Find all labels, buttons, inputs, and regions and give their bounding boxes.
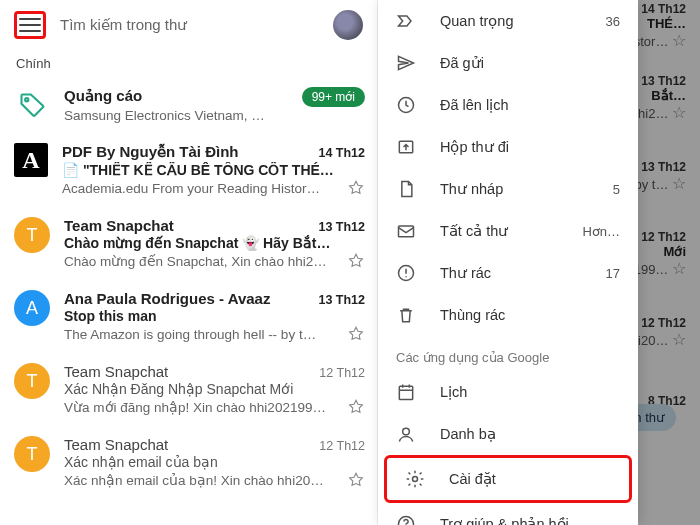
outbox-icon — [396, 137, 416, 157]
nav-drawer: Quan trọng 36 Đã gửi Đã lên lịch Hộp thư… — [378, 0, 638, 525]
drawer-label: Quan trọng — [440, 13, 582, 29]
email-date: 13 Th12 — [318, 220, 365, 234]
drawer-label: Thùng rác — [440, 307, 620, 323]
star-icon[interactable] — [347, 471, 365, 489]
topbar: Tìm kiếm trong thư — [0, 0, 377, 50]
search-input[interactable]: Tìm kiếm trong thư — [60, 16, 319, 34]
email-row[interactable]: A Ana Paula Rodrigues - Avaaz 13 Th12 St… — [0, 280, 377, 353]
email-sender: PDF By Nguyễn Tài Đình — [62, 143, 239, 161]
email-snippet: Academia.edu From your Reading Histor… — [62, 181, 339, 196]
draft-icon — [396, 179, 416, 199]
avatar: A — [14, 290, 50, 326]
email-subject: Xác nhận email của bạn — [64, 454, 365, 470]
email-snippet: Xác nhận email của bạn! Xin chào hhi20… — [64, 472, 339, 488]
scheduled-icon — [396, 95, 416, 115]
settings-icon — [405, 469, 425, 489]
drawer-label: Trợ giúp & phản hồi — [440, 516, 620, 525]
category-label: Chính — [0, 50, 377, 77]
drawer-label: Tất cả thư — [440, 223, 558, 239]
drawer-label: Thư rác — [440, 265, 582, 281]
right-pane: 14 Th12 THÉ… istor… ☆ 13 Th12 Bắt… hhi2…… — [378, 0, 700, 525]
promo-row[interactable]: Quảng cáo 99+ mới Samsung Electronics Vi… — [0, 77, 377, 133]
drawer-count: Hơn… — [582, 224, 620, 239]
drawer-label: Đã gửi — [440, 55, 620, 71]
drawer-item-scheduled[interactable]: Đã lên lịch — [378, 84, 638, 126]
drawer-label: Cài đặt — [449, 471, 611, 487]
drawer-item-sent[interactable]: Đã gửi — [378, 42, 638, 84]
drawer-label: Hộp thư đi — [440, 139, 620, 155]
promo-snippet: Samsung Electronics Vietnam, … — [64, 108, 365, 123]
drawer-item-settings[interactable]: Cài đặt — [384, 455, 632, 503]
svg-rect-5 — [399, 386, 412, 399]
drawer-label: Đã lên lịch — [440, 97, 620, 113]
drawer-count: 17 — [606, 266, 620, 281]
drawer-item-allmail[interactable]: Tất cả thư Hơn… — [378, 210, 638, 252]
svg-point-0 — [25, 98, 28, 101]
drawer-item-important[interactable]: Quan trọng 36 — [378, 0, 638, 42]
email-snippet: The Amazon is going through hell -- by t… — [64, 327, 339, 342]
drawer-item-spam[interactable]: Thư rác 17 — [378, 252, 638, 294]
email-date: 13 Th12 — [318, 293, 365, 307]
help-icon — [396, 514, 416, 525]
email-row[interactable]: A PDF By Nguyễn Tài Đình 14 Th12 📄 "THIẾ… — [0, 133, 377, 207]
drawer-item-contacts[interactable]: Danh bạ — [378, 413, 638, 455]
promo-title: Quảng cáo — [64, 87, 142, 105]
trash-icon — [396, 305, 416, 325]
drawer-count: 36 — [606, 14, 620, 29]
drawer-label: Thư nháp — [440, 181, 589, 197]
svg-point-7 — [413, 477, 418, 482]
spam-icon — [396, 263, 416, 283]
email-snippet: Vừa mới đăng nhập! Xin chào hhi202199… — [64, 399, 339, 415]
email-sender: Team Snapchat — [64, 363, 168, 380]
email-subject: 📄 "THIẾT KẾ CẦU BÊ TÔNG CỐT THÉ… — [62, 162, 365, 178]
inbox-pane: Tìm kiếm trong thư Chính Quảng cáo 99+ m… — [0, 0, 378, 525]
email-row[interactable]: T Team Snapchat 12 Th12 Xác Nhận Đăng Nh… — [0, 353, 377, 426]
email-date: 12 Th12 — [319, 366, 365, 380]
promo-badge: 99+ mới — [302, 87, 365, 107]
star-icon[interactable] — [347, 398, 365, 416]
email-sender: Ana Paula Rodrigues - Avaaz — [64, 290, 270, 307]
avatar: T — [14, 217, 50, 253]
email-subject: Xác Nhận Đăng Nhập Snapchat Mới — [64, 381, 365, 397]
menu-highlight — [14, 11, 46, 39]
star-icon[interactable] — [347, 325, 365, 343]
email-sender: Team Snapchat — [64, 217, 174, 234]
drawer-item-draft[interactable]: Thư nháp 5 — [378, 168, 638, 210]
drawer-section-label: Các ứng dụng của Google — [378, 336, 638, 371]
star-icon[interactable] — [347, 252, 365, 270]
drawer-label: Danh bạ — [440, 426, 620, 442]
email-date: 14 Th12 — [318, 146, 365, 160]
email-row[interactable]: T Team Snapchat 13 Th12 Chào mừng đến Sn… — [0, 207, 377, 280]
drawer-label: Lịch — [440, 384, 620, 400]
email-row[interactable]: T Team Snapchat 12 Th12 Xác nhận email c… — [0, 426, 377, 499]
email-snippet: Chào mừng đến Snapchat, Xin chào hhi2… — [64, 253, 339, 269]
avatar: A — [14, 143, 48, 177]
avatar: T — [14, 363, 50, 399]
drawer-count: 5 — [613, 182, 620, 197]
star-icon[interactable] — [347, 179, 365, 197]
avatar: T — [14, 436, 50, 472]
allmail-icon — [396, 221, 416, 241]
sent-icon — [396, 53, 416, 73]
drawer-item-outbox[interactable]: Hộp thư đi — [378, 126, 638, 168]
svg-point-6 — [403, 428, 410, 435]
drawer-item-trash[interactable]: Thùng rác — [378, 294, 638, 336]
important-icon — [396, 11, 416, 31]
email-sender: Team Snapchat — [64, 436, 168, 453]
tag-icon — [14, 87, 50, 123]
email-date: 12 Th12 — [319, 439, 365, 453]
svg-rect-3 — [399, 226, 414, 237]
profile-avatar[interactable] — [333, 10, 363, 40]
email-subject: Chào mừng đến Snapchat 👻 Hãy Bắt… — [64, 235, 365, 251]
email-subject: Stop this man — [64, 308, 365, 324]
contacts-icon — [396, 424, 416, 444]
menu-button[interactable] — [19, 14, 41, 36]
drawer-item-help[interactable]: Trợ giúp & phản hồi — [378, 503, 638, 525]
calendar-icon — [396, 382, 416, 402]
drawer-item-calendar[interactable]: Lịch — [378, 371, 638, 413]
